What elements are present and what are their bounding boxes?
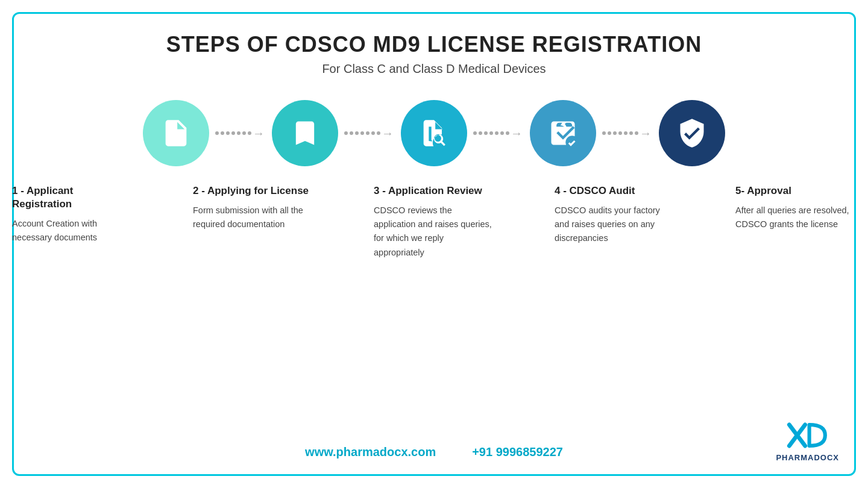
step-5-desc: 5- Approval After all queries are resolv… [729,184,862,231]
svg-point-0 [565,136,579,149]
step-3-desc: 3 - Application Review CDSCO reviews the… [368,184,500,260]
page-subtitle: For Class C and Class D Medical Devices [322,62,546,76]
website-link[interactable]: www.pharmadocx.com [305,445,436,459]
step-1-text: Account Creation with necessary document… [12,217,133,245]
arrow-1: → [215,127,266,140]
step-3-circle [401,100,467,166]
steps-circles-row: → → [38,100,830,166]
audit-icon [547,117,579,149]
phone-number: +91 9996859227 [472,445,563,459]
step-5-text: After all queries are resolved, CDSCO gr… [735,204,856,231]
step-1-title: 1 - Applicant Registration [12,184,133,211]
step-1-circle [143,100,209,166]
bookmark-icon [289,117,321,149]
page-title: STEPS OF CDSCO MD9 LICENSE REGISTRATION [166,32,702,57]
main-container: STEPS OF CDSCO MD9 LICENSE REGISTRATION … [12,12,856,476]
step-2-title: 2 - Applying for License [193,184,313,198]
step-2-text: Form submission with all the required do… [193,204,313,231]
step-2-circle [272,100,338,166]
step-3-title: 3 - Application Review [374,184,494,198]
step-2-desc: 2 - Applying for License Form submission… [187,184,319,231]
step-4-desc: 4 - CDSCO Audit CDSCO audits your factor… [549,184,681,246]
step-4-title: 4 - CDSCO Audit [555,184,675,198]
arrow-3: → [473,127,524,140]
search-doc-icon [418,117,450,149]
logo-area: PHARMADOCX [776,419,839,462]
footer: www.pharmadocx.com +91 9996859227 [38,445,830,462]
shield-check-icon [676,117,708,149]
pharmadocx-logo-icon [787,419,829,452]
step-5-circle [659,100,725,166]
step-4-circle [530,100,596,166]
logo-text: PHARMADOCX [776,453,839,462]
arrow-4: → [602,127,653,140]
arrow-2: → [344,127,395,140]
document-icon [160,117,192,149]
step-5-title: 5- Approval [735,184,856,198]
step-1-desc: 1 - Applicant Registration Account Creat… [6,184,139,245]
steps-descriptions-row: 1 - Applicant Registration Account Creat… [38,184,830,260]
step-3-text: CDSCO reviews the application and raises… [374,204,494,260]
step-4-text: CDSCO audits your factory and raises que… [555,204,675,246]
